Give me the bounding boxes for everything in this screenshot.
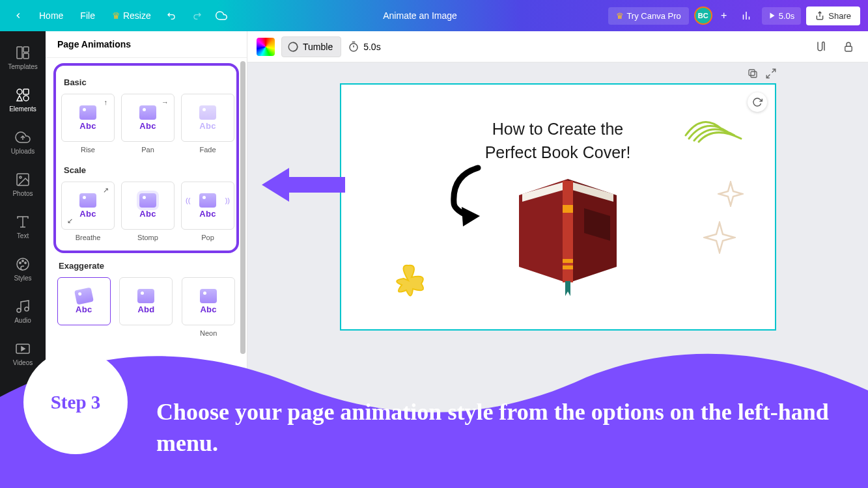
svg-line-32: [766, 75, 770, 78]
svg-marker-43: [565, 281, 570, 296]
canvas-area: How to Create the Perfect Book Cover!: [247, 62, 868, 488]
rail-styles[interactable]: Styles: [0, 248, 46, 290]
svg-rect-28: [845, 46, 852, 51]
svg-rect-30: [749, 70, 755, 75]
share-button[interactable]: Share: [806, 7, 860, 25]
back-button[interactable]: [8, 5, 29, 26]
svg-marker-33: [462, 207, 480, 226]
rail-label: Audio: [14, 317, 31, 324]
category-scale: Scale: [64, 165, 229, 175]
svg-rect-7: [23, 53, 29, 59]
file-menu[interactable]: File: [74, 7, 102, 25]
svg-point-19: [25, 262, 26, 264]
animation-selector[interactable]: Tumble: [281, 36, 341, 57]
svg-marker-3: [770, 13, 774, 19]
color-picker-button[interactable]: [257, 38, 275, 56]
svg-marker-44: [262, 168, 345, 202]
rail-uploads[interactable]: Uploads: [0, 121, 46, 163]
rail-photos[interactable]: Photos: [0, 163, 46, 206]
flower-decoration: [385, 258, 431, 303]
svg-rect-41: [563, 265, 573, 269]
lock-button[interactable]: [838, 36, 859, 57]
sparkle-icon: [703, 221, 736, 254]
svg-point-21: [25, 307, 29, 311]
rail-label: Videos: [13, 359, 33, 366]
user-avatar[interactable]: BC: [694, 7, 712, 25]
svg-rect-29: [751, 72, 757, 77]
sparkle-icon: [718, 181, 744, 207]
animation-tumble[interactable]: Abc Tumble: [56, 277, 112, 337]
try-pro-button[interactable]: ♛Try Canva Pro: [608, 7, 688, 25]
add-collaborator-button[interactable]: +: [718, 9, 731, 22]
document-title[interactable]: Animate an Image: [232, 10, 609, 21]
rail-label: Templates: [8, 63, 38, 70]
curved-arrow-icon: [442, 163, 497, 228]
animation-pop[interactable]: (())Abc Pop: [181, 182, 234, 241]
book-illustration: [503, 169, 633, 299]
animation-fade[interactable]: Abc Fade: [181, 94, 234, 154]
page-tools: [747, 68, 777, 82]
animations-panel: Page Animations Basic Abc↑ Rise Abc→ Pan…: [46, 31, 247, 488]
cloud-sync-icon[interactable]: [211, 5, 232, 26]
replay-animation-button[interactable]: [748, 92, 767, 112]
insights-button[interactable]: [736, 5, 757, 26]
svg-rect-40: [563, 259, 573, 263]
crown-icon: ♛: [616, 11, 624, 21]
category-basic: Basic: [64, 77, 229, 87]
rail-label: Text: [17, 232, 29, 239]
svg-point-17: [20, 262, 21, 264]
home-button[interactable]: Home: [33, 7, 70, 25]
category-exaggerate: Exaggerate: [59, 261, 234, 271]
home-label: Home: [39, 10, 63, 21]
redo-button[interactable]: [186, 5, 207, 26]
svg-line-31: [772, 69, 776, 72]
animation-neon[interactable]: Abc Neon: [180, 277, 236, 337]
svg-rect-39: [563, 205, 573, 213]
animation-name-label: Tumble: [303, 42, 333, 52]
rail-label: Photos: [12, 190, 33, 197]
animation-pan[interactable]: Abc→ Pan: [121, 94, 175, 154]
animation-rise[interactable]: Abc↑ Rise: [61, 94, 115, 154]
rail-audio[interactable]: Audio: [0, 290, 46, 332]
duplicate-page-icon[interactable]: [747, 68, 759, 82]
duration-label: 5.0s: [363, 42, 380, 52]
play-duration-label: 5.0s: [779, 11, 795, 21]
file-label: File: [80, 10, 95, 21]
panel-title: Page Animations: [46, 31, 247, 58]
rail-templates[interactable]: Templates: [0, 36, 46, 79]
svg-marker-10: [17, 96, 22, 101]
crown-icon: ♛: [112, 10, 120, 21]
top-toolbar: Home File ♛Resize Animate an Image ♛Try …: [0, 0, 868, 31]
svg-marker-23: [21, 347, 25, 351]
tutorial-arrow-icon: [262, 165, 346, 204]
duration-control[interactable]: 5.0s: [348, 41, 380, 53]
present-button[interactable]: 5.0s: [762, 7, 802, 25]
svg-point-11: [23, 96, 29, 101]
rail-label: Elements: [9, 105, 36, 113]
svg-point-8: [17, 89, 22, 94]
expand-page-icon[interactable]: [765, 68, 777, 82]
svg-rect-6: [23, 47, 29, 52]
rail-videos[interactable]: Videos: [0, 332, 46, 375]
animation-item[interactable]: Abd ·: [119, 277, 175, 337]
design-canvas[interactable]: How to Create the Perfect Book Cover!: [340, 83, 776, 331]
try-pro-label: Try Canva Pro: [626, 11, 680, 21]
context-toolbar: Tumble 5.0s: [247, 31, 868, 62]
animation-breathe[interactable]: ↗Abc↙ Breathe: [61, 182, 115, 241]
rail-elements[interactable]: Elements: [0, 79, 46, 121]
svg-point-18: [22, 260, 23, 262]
scribble-decoration: [682, 109, 748, 145]
undo-button[interactable]: [161, 5, 182, 26]
left-rail: Templates Elements Uploads Photos Text S…: [0, 31, 46, 488]
svg-rect-5: [17, 47, 22, 59]
rail-label: Styles: [14, 275, 31, 282]
tutorial-highlight: Basic Abc↑ Rise Abc→ Pan Abc Fade Sc: [53, 63, 239, 253]
svg-point-13: [20, 176, 21, 178]
resize-button[interactable]: ♛Resize: [105, 7, 158, 25]
styles-button[interactable]: [811, 36, 832, 57]
canvas-heading: How to Create the Perfect Book Cover!: [418, 117, 698, 165]
animation-stomp[interactable]: Abc Stomp: [121, 182, 175, 241]
resize-label: Resize: [123, 10, 151, 21]
rail-text[interactable]: Text: [0, 206, 46, 248]
rail-label: Uploads: [11, 148, 35, 155]
